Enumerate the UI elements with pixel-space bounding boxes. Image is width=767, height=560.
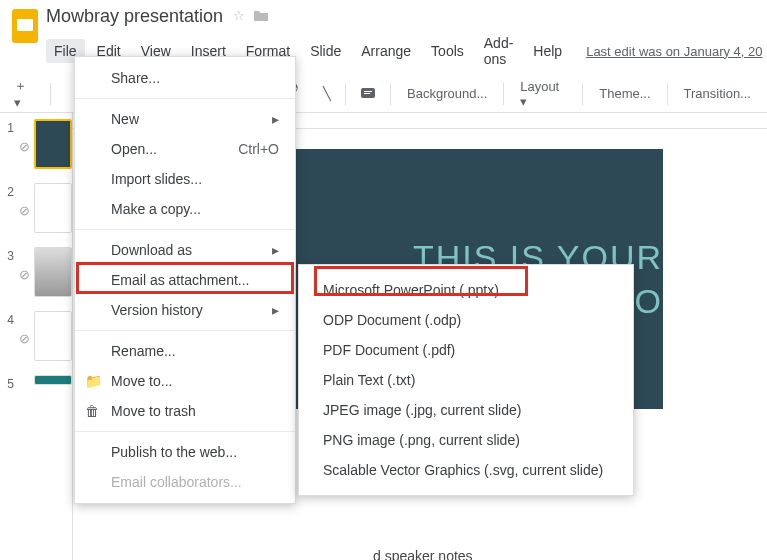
download-pptx[interactable]: Microsoft PowerPoint (.pptx) xyxy=(299,275,633,305)
thumb-number: 4 xyxy=(0,311,14,327)
file-rename[interactable]: Rename... xyxy=(75,336,295,366)
thumbnail-5[interactable] xyxy=(34,375,72,385)
document-title[interactable]: Mowbray presentation xyxy=(46,6,223,27)
folder-icon: 📁 xyxy=(85,373,102,389)
transition-button[interactable]: Transition... xyxy=(676,82,759,105)
svg-rect-4 xyxy=(364,93,370,94)
chevron-right-icon: ▸ xyxy=(272,242,279,258)
star-icon[interactable]: ☆ xyxy=(233,8,245,25)
file-move-to[interactable]: 📁Move to... xyxy=(75,366,295,396)
file-open[interactable]: Open...Ctrl+O xyxy=(75,134,295,164)
download-as-submenu: Microsoft PowerPoint (.pptx) ODP Documen… xyxy=(298,264,634,496)
layout-button[interactable]: Layout ▾ xyxy=(512,75,574,113)
new-slide-button[interactable]: ＋ ▾ xyxy=(8,73,42,114)
file-email-attachment[interactable]: Email as attachment... xyxy=(75,265,295,295)
thumbnail-2[interactable] xyxy=(34,183,72,233)
file-menu-dropdown: Share... New▸ Open...Ctrl+O Import slide… xyxy=(74,56,296,504)
thumb-number: 1 xyxy=(0,119,14,135)
background-button[interactable]: Background... xyxy=(399,82,495,105)
link-icon: ⊘ xyxy=(19,267,30,282)
link-icon: ⊘ xyxy=(19,203,30,218)
download-png[interactable]: PNG image (.png, current slide) xyxy=(299,425,633,455)
svg-rect-3 xyxy=(364,91,372,92)
svg-rect-1 xyxy=(17,19,33,31)
download-svg[interactable]: Scalable Vector Graphics (.svg, current … xyxy=(299,455,633,485)
menu-tools[interactable]: Tools xyxy=(423,39,472,63)
file-email-collaborators: Email collaborators... xyxy=(75,467,295,497)
menu-addons[interactable]: Add-ons xyxy=(476,31,522,71)
download-pdf[interactable]: PDF Document (.pdf) xyxy=(299,335,633,365)
thumb-number: 3 xyxy=(0,247,14,263)
file-move-to-trash[interactable]: 🗑Move to trash xyxy=(75,396,295,426)
download-jpg[interactable]: JPEG image (.jpg, current slide) xyxy=(299,395,633,425)
download-txt[interactable]: Plain Text (.txt) xyxy=(299,365,633,395)
file-make-copy[interactable]: Make a copy... xyxy=(75,194,295,224)
trash-icon: 🗑 xyxy=(85,403,99,419)
menu-arrange[interactable]: Arrange xyxy=(353,39,419,63)
file-new[interactable]: New▸ xyxy=(75,104,295,134)
speaker-notes[interactable]: d speaker notes xyxy=(373,548,473,560)
folder-icon[interactable] xyxy=(253,8,269,25)
theme-button[interactable]: Theme... xyxy=(591,82,658,105)
slide-thumbnails: 1 ⊘ 2 ⊘ 3 ⊘ 4 ⊘ 5 xyxy=(0,113,72,560)
comment-icon[interactable] xyxy=(354,83,382,105)
link-icon: ⊘ xyxy=(19,139,30,154)
menu-help[interactable]: Help xyxy=(525,39,570,63)
download-odp[interactable]: ODP Document (.odp) xyxy=(299,305,633,335)
file-download-as[interactable]: Download as▸ xyxy=(75,235,295,265)
link-icon: ⊘ xyxy=(19,331,30,346)
file-share[interactable]: Share... xyxy=(75,63,295,93)
thumbnail-1[interactable] xyxy=(34,119,72,169)
file-version-history[interactable]: Version history▸ xyxy=(75,295,295,325)
thumbnail-3[interactable] xyxy=(34,247,72,297)
line-icon[interactable]: ╲ xyxy=(317,82,337,105)
menu-slide[interactable]: Slide xyxy=(302,39,349,63)
thumb-number: 2 xyxy=(0,183,14,199)
file-publish-web[interactable]: Publish to the web... xyxy=(75,437,295,467)
slides-logo xyxy=(12,6,38,46)
shortcut-label: Ctrl+O xyxy=(238,141,279,157)
file-import-slides[interactable]: Import slides... xyxy=(75,164,295,194)
chevron-right-icon: ▸ xyxy=(272,302,279,318)
thumb-number: 5 xyxy=(0,375,14,391)
chevron-right-icon: ▸ xyxy=(272,111,279,127)
thumbnail-4[interactable] xyxy=(34,311,72,361)
last-edit-link[interactable]: Last edit was on January 4, 20 xyxy=(586,44,762,59)
